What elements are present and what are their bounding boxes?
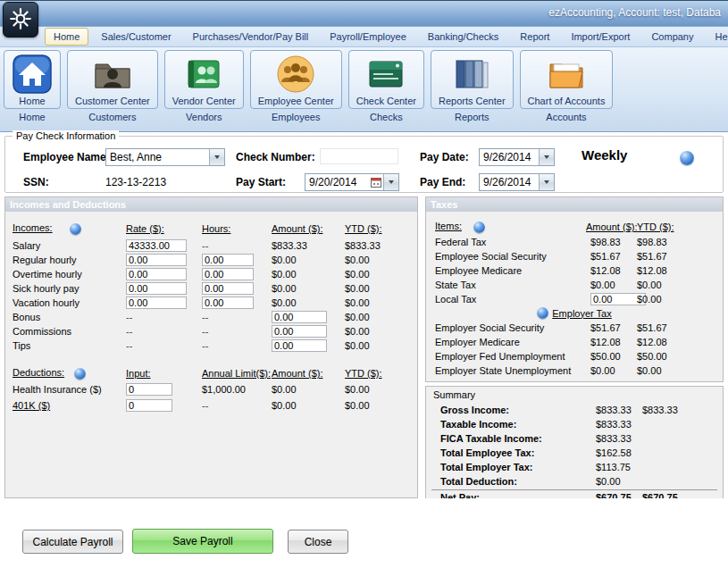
deduction-input[interactable] bbox=[126, 399, 172, 412]
check-number-input[interactable] bbox=[320, 148, 398, 164]
amount-column-label: Amount ($): bbox=[272, 223, 345, 234]
amount-input[interactable] bbox=[272, 339, 327, 352]
rate-input[interactable] bbox=[126, 254, 187, 266]
employer-tax-ytd: $0.00 bbox=[637, 365, 723, 376]
chevron-down-icon[interactable] bbox=[383, 174, 398, 190]
toolbar-item-label: Chart of Accounts bbox=[528, 96, 606, 106]
employer-tax-label: Employer Tax bbox=[552, 308, 611, 319]
income-label: Salary bbox=[13, 240, 126, 251]
toolbar-item-vendor-center: Vendor Center Vendors bbox=[164, 50, 244, 122]
amount-input[interactable] bbox=[272, 325, 327, 338]
chevron-down-icon[interactable] bbox=[539, 149, 554, 165]
close-button[interactable]: Close bbox=[288, 530, 348, 554]
tax-row: Local Tax$0.00 bbox=[426, 292, 723, 306]
summary-label: Total Employee Tax: bbox=[440, 447, 596, 458]
employer-tax-label: Employer State Unemployment bbox=[435, 365, 590, 376]
income-label: Sick hourly pay bbox=[13, 283, 126, 294]
calculate-payroll-button[interactable]: Calculate Payroll bbox=[22, 530, 123, 554]
save-payroll-button[interactable]: Save Payroll bbox=[132, 529, 273, 554]
chevron-down-icon[interactable] bbox=[209, 149, 224, 165]
hours-value: -- bbox=[202, 340, 272, 351]
toolbar-item-customer-center: Customer Center Customers bbox=[67, 50, 158, 122]
hours-input[interactable] bbox=[202, 297, 254, 309]
home-icon bbox=[12, 54, 53, 95]
menu-tab-payroll-employee[interactable]: Payroll/Employee bbox=[321, 28, 415, 46]
income-label: Commissions bbox=[13, 326, 126, 337]
hours-input[interactable] bbox=[202, 268, 254, 280]
amount-input[interactable] bbox=[272, 311, 327, 323]
summary-amount: $162.58 bbox=[596, 447, 642, 458]
menu-tab-report[interactable]: Report bbox=[511, 28, 558, 46]
pay-end-select[interactable]: 9/26/2014 bbox=[479, 173, 555, 191]
tax-row: Employee Medicare$12.08$12.08 bbox=[426, 263, 723, 278]
tax-amount-value: $51.67 bbox=[590, 251, 637, 262]
check-center-button[interactable]: Check Center bbox=[348, 50, 424, 109]
employee-name-select[interactable]: Best, Anne bbox=[105, 148, 225, 166]
deduction-amount: $0.00 bbox=[272, 384, 345, 395]
incomes-help-globe-icon[interactable] bbox=[70, 223, 81, 235]
menu-tab-home[interactable]: Home bbox=[45, 28, 88, 46]
rate-input[interactable] bbox=[126, 268, 187, 280]
deduction-ytd: $0.00 bbox=[345, 384, 417, 395]
vendor-center-button[interactable]: Vendor Center bbox=[164, 50, 244, 109]
pay-date-label: Pay Date: bbox=[420, 151, 469, 163]
employer-tax-help-globe-icon[interactable] bbox=[537, 307, 548, 319]
employee-name-value: Best, Anne bbox=[106, 151, 209, 163]
toolbar-item-home: Home Home bbox=[4, 50, 61, 122]
pay-date-select[interactable]: 9/26/2014 bbox=[479, 148, 555, 166]
employer-tax-amount: $51.67 bbox=[590, 322, 637, 333]
deduction-input[interactable] bbox=[126, 383, 172, 396]
amount-value: $0.00 bbox=[272, 269, 345, 280]
menu-tab-import-export[interactable]: Import/Export bbox=[562, 28, 639, 46]
reports-center-button[interactable]: Reports Center bbox=[431, 50, 514, 109]
pay-start-value: 9/20/2014 bbox=[305, 176, 371, 188]
tax-amount-value: $12.08 bbox=[590, 265, 637, 276]
deductions-help-globe-icon[interactable] bbox=[74, 368, 86, 380]
employee-center-button[interactable]: Employee Center bbox=[250, 50, 342, 109]
hours-input[interactable] bbox=[202, 254, 254, 266]
deduction-amount: $0.00 bbox=[272, 400, 345, 411]
chevron-down-icon[interactable] bbox=[539, 174, 554, 190]
pay-start-datepicker[interactable]: 9/20/2014 bbox=[305, 173, 399, 191]
customer-center-button[interactable]: Customer Center bbox=[67, 50, 158, 109]
window-title: ezAccounting, Account: test, Databa bbox=[548, 6, 721, 19]
summary-amount: $113.75 bbox=[596, 462, 642, 472]
incomes-column-label: Incomes: bbox=[13, 222, 53, 233]
rate-input[interactable] bbox=[126, 282, 187, 295]
menu-tab-company[interactable]: Company bbox=[642, 28, 702, 46]
pay-date-value: 9/26/2014 bbox=[480, 151, 539, 163]
rate-input[interactable] bbox=[126, 239, 187, 252]
menu-tab-help[interactable]: Help bbox=[706, 28, 728, 46]
home-button[interactable]: Home bbox=[4, 50, 61, 109]
income-ytd: $0.00 bbox=[345, 326, 417, 337]
menu-tab-sales-customer[interactable]: Sales/Customer bbox=[92, 28, 180, 46]
tax-ytd: $12.08 bbox=[637, 265, 723, 276]
taxes-column-headers: Items: Amount ($): YTD ($): bbox=[426, 221, 723, 233]
employee-name-label: Employee Name: bbox=[23, 151, 110, 163]
hours-input[interactable] bbox=[202, 282, 254, 295]
income-ytd: $0.00 bbox=[345, 255, 417, 265]
pay-end-value: 9/26/2014 bbox=[480, 176, 539, 188]
menu-tab-purchases-vendor-pay-bill[interactable]: Purchases/Vendor/Pay Bill bbox=[184, 28, 318, 46]
tax-ytd: $0.00 bbox=[637, 294, 723, 305]
summary-row: Total Employee Tax:$162.58 bbox=[431, 446, 717, 460]
calendar-icon bbox=[371, 177, 381, 188]
hours-value: -- bbox=[202, 240, 272, 251]
amount-column-label: Amount ($): bbox=[272, 368, 345, 379]
summary-label: Gross Income: bbox=[440, 405, 596, 415]
income-row: Salary--$833.33$833.33 bbox=[5, 238, 417, 253]
summary-rows: Gross Income:$833.33$833.33Taxable Incom… bbox=[431, 403, 717, 504]
chart-of-accounts-button[interactable]: Chart of Accounts bbox=[520, 50, 614, 109]
employer-tax-row: Employer Fed Unemployment$50.00$50.00 bbox=[426, 349, 723, 363]
taxes-help-globe-icon[interactable] bbox=[473, 221, 485, 233]
menu-tab-banking-checks[interactable]: Banking/Checks bbox=[419, 28, 508, 46]
toolbar-item-reports-center: Reports Center Reports bbox=[431, 50, 514, 122]
app-menu-button[interactable] bbox=[3, 2, 38, 38]
summary-title: Summary bbox=[433, 389, 475, 400]
tax-label: Employee Medicare bbox=[435, 265, 590, 276]
rate-input[interactable] bbox=[126, 297, 187, 309]
help-globe-icon[interactable] bbox=[680, 151, 694, 165]
employer-tax-label: Employer Social Security bbox=[435, 322, 590, 333]
summary-amount: $833.33 bbox=[596, 419, 642, 430]
ytd-column-label: YTD ($): bbox=[345, 368, 417, 379]
